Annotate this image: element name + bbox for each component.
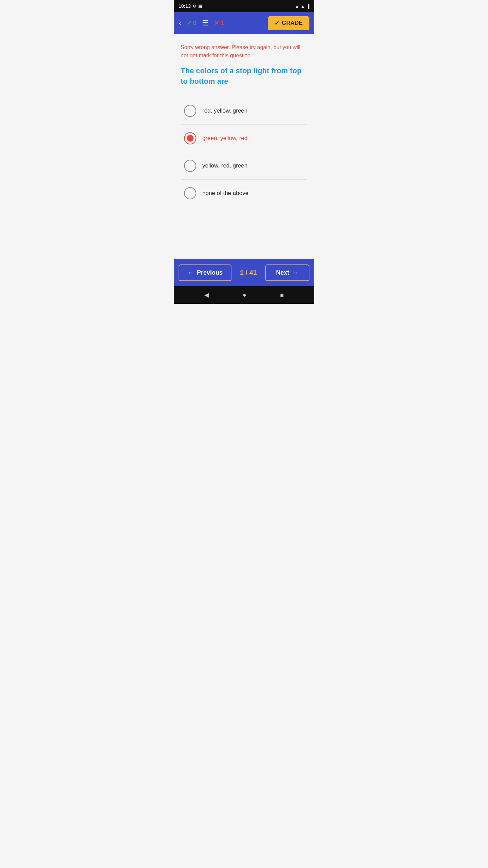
- correct-check-icon: ✓: [187, 19, 192, 27]
- option-label-a: red, yellow, green: [202, 107, 247, 114]
- android-home-button[interactable]: ●: [243, 292, 246, 299]
- header-left: ‹ ✓ 0 ☰ ✕ 1: [179, 19, 224, 27]
- signal-icon: ▲: [301, 4, 305, 9]
- question-text: The colors of a stop light from top to b…: [181, 66, 307, 87]
- android-back-button[interactable]: ◀: [204, 291, 209, 299]
- options-list: red, yellow, green green, yellow, red ye…: [181, 97, 307, 207]
- radio-c[interactable]: [184, 160, 196, 172]
- option-label-b: green, yellow, red: [202, 135, 247, 142]
- option-label-c: yellow, red, green: [202, 162, 247, 169]
- time-display: 10:13: [179, 3, 191, 9]
- android-recents-button[interactable]: ■: [280, 292, 284, 299]
- grade-button[interactable]: ✓ GRADE: [268, 16, 309, 30]
- wrong-score: ✕ 1: [214, 19, 224, 27]
- option-item-a[interactable]: red, yellow, green: [181, 97, 307, 125]
- page-indicator: 1 / 41: [240, 269, 257, 277]
- battery-icon: ▐: [306, 4, 309, 9]
- wifi-icon: ▲: [295, 4, 299, 9]
- right-arrow-icon: →: [293, 269, 299, 276]
- status-bar-right: ▲ ▲ ▐: [295, 4, 309, 9]
- option-item-c[interactable]: yellow, red, green: [181, 152, 307, 180]
- error-message: Sorry wrong answer. Please try again, bu…: [181, 43, 307, 60]
- next-label: Next: [276, 269, 289, 276]
- left-arrow-icon: ←: [187, 269, 194, 276]
- correct-score: ✓ 0: [187, 19, 197, 27]
- grade-label: GRADE: [282, 20, 303, 26]
- radio-a[interactable]: [184, 105, 196, 117]
- app-header: ‹ ✓ 0 ☰ ✕ 1 ✓ GRADE: [174, 12, 314, 34]
- android-nav-bar: ◀ ● ■: [174, 286, 314, 304]
- footer-nav: ← Previous 1 / 41 Next →: [174, 259, 314, 286]
- previous-button[interactable]: ← Previous: [179, 264, 231, 281]
- option-label-d: none of the above: [202, 190, 248, 197]
- radio-d[interactable]: [184, 187, 196, 199]
- option-item-b[interactable]: green, yellow, red: [181, 125, 307, 152]
- notification-dot-icon: ⊙: [193, 4, 196, 8]
- status-bar-left: 10:13 ⊙ ▤: [179, 3, 202, 9]
- radio-b-inner: [187, 135, 194, 142]
- option-item-d[interactable]: none of the above: [181, 180, 307, 207]
- menu-icon[interactable]: ☰: [202, 19, 209, 27]
- wrong-x-icon: ✕: [214, 19, 219, 27]
- radio-b[interactable]: [184, 132, 196, 144]
- clipboard-icon: ▤: [198, 4, 202, 8]
- previous-label: Previous: [197, 269, 223, 276]
- back-button[interactable]: ‹: [179, 19, 181, 27]
- grade-check-icon: ✓: [274, 20, 279, 27]
- main-content: Sorry wrong answer. Please try again, bu…: [174, 34, 314, 259]
- status-bar: 10:13 ⊙ ▤ ▲ ▲ ▐: [174, 0, 314, 12]
- next-button[interactable]: Next →: [265, 264, 309, 281]
